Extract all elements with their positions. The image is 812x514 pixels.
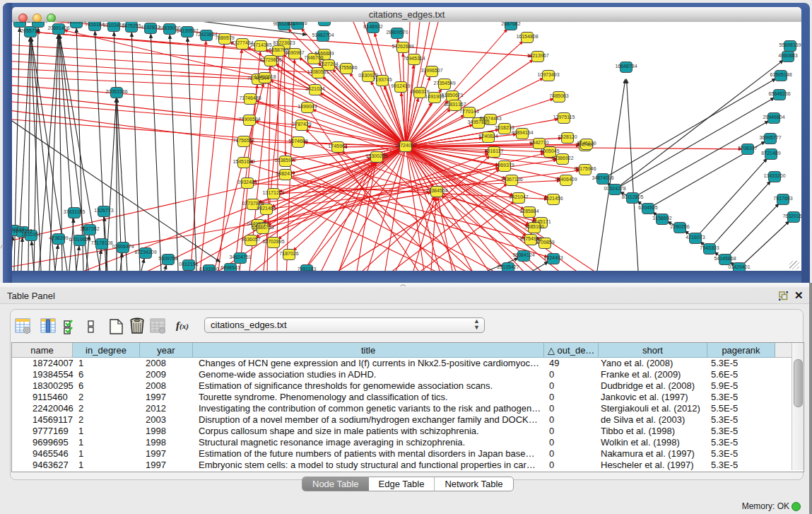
- svg-text:62702895: 62702895: [262, 239, 284, 244]
- svg-text:85574443: 85574443: [479, 116, 501, 121]
- svg-text:6475255: 6475255: [122, 23, 141, 28]
- svg-text:9421047: 9421047: [509, 194, 528, 199]
- svg-text:60385977: 60385977: [274, 158, 296, 163]
- svg-text:12975115: 12975115: [553, 115, 575, 119]
- svg-text:13433200: 13433200: [763, 173, 785, 178]
- svg-text:8721489: 8721489: [761, 151, 780, 156]
- svg-text:20691406: 20691406: [47, 25, 69, 30]
- svg-text:54145868: 54145868: [714, 256, 736, 261]
- svg-text:82175946: 82175946: [574, 166, 596, 171]
- svg-text:3285884: 3285884: [519, 209, 539, 214]
- svg-text:02606474: 02606474: [112, 244, 134, 249]
- svg-text:34874016: 34874016: [592, 175, 613, 180]
- svg-text:25135427: 25135427: [497, 264, 519, 269]
- svg-text:71906594: 71906594: [238, 117, 260, 122]
- svg-text:37996507: 37996507: [420, 68, 442, 73]
- svg-text:4738299: 4738299: [49, 235, 68, 240]
- svg-text:1745961: 1745961: [328, 144, 347, 148]
- svg-text:36995777: 36995777: [759, 135, 781, 140]
- svg-text:18724007: 18724007: [394, 143, 416, 148]
- svg-text:29946804: 29946804: [763, 115, 784, 119]
- svg-text:27354549: 27354549: [433, 81, 455, 86]
- svg-text:8386379: 8386379: [28, 22, 47, 23]
- svg-text:2787429: 2787429: [292, 122, 311, 127]
- svg-text:3387262: 3387262: [80, 226, 99, 231]
- svg-text:4966319: 4966319: [410, 89, 429, 94]
- svg-text:55886753: 55886753: [252, 225, 273, 230]
- svg-text:5009788: 5009788: [158, 256, 177, 261]
- svg-text:7485063: 7485063: [549, 93, 568, 98]
- svg-text:1399049: 1399049: [298, 104, 317, 109]
- svg-text:67010651: 67010651: [69, 237, 90, 242]
- svg-text:4216073: 4216073: [686, 235, 705, 240]
- svg-text:80112805: 80112805: [622, 194, 644, 199]
- svg-text:12213967: 12213967: [526, 53, 548, 58]
- svg-text:57262849: 57262849: [392, 44, 413, 49]
- svg-text:7770143: 7770143: [459, 109, 478, 114]
- svg-text:20053346: 20053346: [105, 89, 127, 94]
- svg-text:1746120: 1746120: [577, 141, 596, 146]
- svg-text:9912419: 9912419: [391, 83, 410, 88]
- svg-text:76320163: 76320163: [782, 214, 801, 218]
- svg-text:53755646: 53755646: [335, 65, 357, 70]
- svg-text:71746488: 71746488: [239, 95, 261, 100]
- svg-text:71756551: 71756551: [233, 138, 254, 143]
- svg-text:55698169: 55698169: [779, 42, 801, 47]
- svg-text:0812191: 0812191: [179, 262, 198, 267]
- svg-text:2421024: 2421024: [305, 86, 324, 91]
- svg-text:01429401: 01429401: [728, 264, 750, 269]
- svg-text:4745171: 4745171: [531, 219, 551, 224]
- svg-text:16648784: 16648784: [615, 64, 637, 69]
- svg-text:67737826: 67737826: [242, 201, 264, 206]
- svg-text:87234309: 87234309: [134, 250, 156, 255]
- svg-text:51462704: 51462704: [312, 33, 334, 37]
- svg-text:7193745: 7193745: [372, 77, 392, 82]
- svg-text:6998543: 6998543: [220, 265, 240, 270]
- svg-text:6204505: 6204505: [638, 205, 657, 210]
- svg-text:81223623: 81223623: [273, 40, 295, 45]
- svg-text:19384554: 19384554: [425, 188, 447, 193]
- svg-text:7917693: 7917693: [773, 196, 792, 201]
- svg-text:0433218: 0433218: [12, 22, 30, 23]
- svg-text:16154808: 16154808: [516, 34, 538, 39]
- svg-text:3709859: 3709859: [535, 240, 554, 245]
- svg-text:34714345: 34714345: [249, 42, 271, 47]
- svg-text:9636057: 9636057: [241, 237, 260, 242]
- svg-text:17080531: 17080531: [307, 69, 329, 74]
- svg-text:62729806: 62729806: [259, 57, 281, 62]
- svg-text:13171274: 13171274: [262, 190, 284, 195]
- svg-text:15451680: 15451680: [233, 159, 254, 164]
- svg-text:3158692: 3158692: [652, 216, 671, 221]
- svg-text:5674680: 5674680: [288, 139, 307, 144]
- svg-text:76945314: 76945314: [403, 56, 425, 61]
- svg-text:9821465: 9821465: [257, 206, 276, 211]
- svg-text:9521456: 9521456: [543, 196, 563, 201]
- svg-text:2055713: 2055713: [20, 28, 40, 33]
- svg-text:3518233: 3518233: [495, 125, 514, 130]
- svg-text:1326773: 1326773: [94, 208, 113, 213]
- svg-text:1824493: 1824493: [543, 255, 563, 260]
- svg-text:49894134: 49894134: [511, 130, 533, 135]
- svg-text:37631165: 37631165: [64, 209, 86, 214]
- svg-text:7991183: 7991183: [298, 267, 317, 271]
- svg-text:65648236: 65648236: [768, 91, 790, 96]
- svg-text:2328120: 2328120: [558, 134, 577, 139]
- svg-text:0842710: 0842710: [529, 140, 548, 145]
- svg-text:51850671: 51850671: [441, 93, 463, 98]
- svg-text:74367136: 74367136: [500, 177, 522, 182]
- svg-text:6193990: 6193990: [199, 267, 218, 271]
- svg-text:2260256: 2260256: [670, 224, 689, 229]
- svg-text:7889579: 7889579: [215, 35, 234, 40]
- svg-text:8148932: 8148932: [363, 24, 382, 29]
- svg-text:0932480: 0932480: [237, 180, 257, 185]
- svg-text:4316117: 4316117: [485, 148, 504, 153]
- svg-text:34624751: 34624751: [229, 255, 251, 259]
- svg-text:1226916: 1226916: [288, 22, 307, 25]
- svg-text:4192832: 4192832: [141, 25, 160, 30]
- svg-text:7346706: 7346706: [304, 55, 323, 60]
- svg-text:4060883: 4060883: [778, 53, 797, 58]
- svg-text:3482477: 3482477: [276, 171, 295, 176]
- svg-text:18300295: 18300295: [365, 153, 387, 158]
- svg-text:62386922: 62386922: [551, 156, 573, 160]
- svg-text:3685160: 3685160: [524, 224, 543, 229]
